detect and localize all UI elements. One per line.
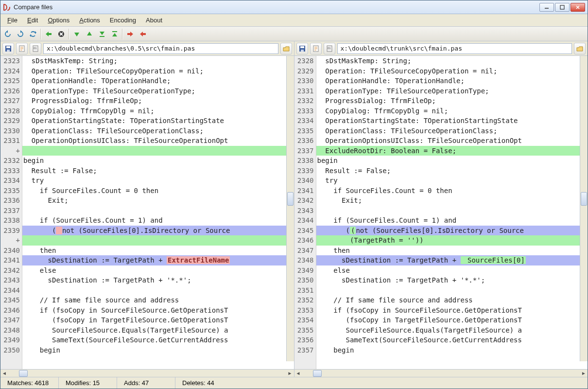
code-line[interactable]: SourceFileSource.Equals(TargetFileSource… bbox=[22, 325, 294, 336]
left-hscrollbar[interactable]: ◄► bbox=[0, 369, 294, 377]
code-line[interactable]: ExcludeRootDir: Boolean = False; bbox=[316, 146, 588, 156]
code-line[interactable]: Exit; bbox=[316, 195, 588, 206]
binary-left-button[interactable]: 01 bbox=[30, 43, 41, 54]
code-line[interactable]: OperationOptionsUIClass: TFileSourceOper… bbox=[22, 136, 294, 146]
status-deletes: Deletes: 44 bbox=[175, 377, 588, 389]
left-code[interactable]: 232323242325232623272328232923302331+233… bbox=[0, 56, 294, 369]
right-code[interactable]: 2328232923302331233223332334233523362337… bbox=[294, 56, 588, 369]
code-line[interactable]: CopyDialog: TfrmCopyDlg = nil; bbox=[316, 106, 588, 116]
menu-file[interactable]: File bbox=[2, 14, 22, 26]
code-line[interactable]: begin bbox=[22, 345, 294, 355]
code-line[interactable]: ProgressDialog: TfrmFileOp; bbox=[316, 96, 588, 106]
right-hscrollbar[interactable]: ◄► bbox=[294, 369, 588, 377]
code-line[interactable]: if (SourceFiles.Count = 1) and bbox=[316, 215, 588, 226]
copy-right-icon[interactable] bbox=[137, 28, 149, 40]
maximize-button[interactable] bbox=[555, 3, 570, 12]
code-line[interactable]: Result := False; bbox=[316, 166, 588, 176]
code-line[interactable]: begin bbox=[316, 156, 588, 166]
code-line[interactable] bbox=[22, 146, 294, 156]
code-line[interactable]: then bbox=[316, 246, 588, 256]
code-line[interactable]: SourceFileSource.Equals(TargetFileSource… bbox=[316, 325, 588, 336]
code-line[interactable] bbox=[22, 235, 294, 246]
code-line[interactable] bbox=[22, 206, 294, 216]
code-line[interactable]: OperationStartingState: TOperationStarti… bbox=[22, 116, 294, 126]
code-line[interactable]: (fsoCopy in TargetFileSource.GetOperatio… bbox=[316, 315, 588, 325]
code-line[interactable]: sDestination := TargetPath + '*.*'; bbox=[22, 275, 294, 285]
open-right-button[interactable] bbox=[574, 43, 586, 54]
line-number: 2336 bbox=[0, 195, 22, 206]
copy-left-icon[interactable] bbox=[124, 28, 136, 40]
code-line[interactable]: // If same file source and address bbox=[22, 295, 294, 305]
code-line[interactable]: OperationHandle: TOperationHandle; bbox=[22, 76, 294, 86]
menu-options[interactable]: Options bbox=[43, 14, 74, 26]
code-line[interactable] bbox=[316, 206, 588, 216]
code-line[interactable]: OperationClass: TFileSourceOperationClas… bbox=[22, 126, 294, 136]
menu-edit[interactable]: Edit bbox=[22, 14, 43, 26]
edit-left-button[interactable] bbox=[16, 43, 28, 54]
cancel-icon[interactable] bbox=[55, 28, 67, 40]
code-line[interactable]: if (SourceFiles.Count = 1) and bbox=[22, 215, 294, 226]
code-line[interactable]: sDstMaskTemp: String; bbox=[22, 56, 294, 66]
code-line[interactable]: if SourceFiles.Count = 0 then bbox=[316, 186, 588, 196]
code-line[interactable]: Operation: TFileSourceCopyOperation = ni… bbox=[22, 66, 294, 76]
refresh-both-icon[interactable] bbox=[27, 28, 39, 40]
code-line[interactable]: sDstMaskTemp: String; bbox=[316, 56, 588, 66]
code-line[interactable]: Result := False; bbox=[22, 166, 294, 176]
code-line[interactable]: ((not (SourceFiles[0].IsDirectory or Sou… bbox=[316, 226, 588, 236]
path-input-left[interactable]: x:\doublecmd\branches\0.5\src\fmain.pas bbox=[43, 43, 278, 54]
code-line[interactable]: // If same file source and address bbox=[316, 295, 588, 305]
refresh-left-icon[interactable] bbox=[2, 28, 14, 40]
code-line[interactable]: OperationOptionsUIClass: TFileSourceOper… bbox=[316, 136, 588, 146]
last-diff-icon[interactable] bbox=[96, 28, 108, 40]
refresh-right-icon[interactable] bbox=[15, 28, 26, 40]
open-left-button[interactable] bbox=[280, 43, 292, 54]
code-line[interactable]: sDestination := TargetPath + ExtractFile… bbox=[22, 255, 294, 265]
code-line[interactable]: if (fsoCopy in SourceFileSource.GetOpera… bbox=[316, 305, 588, 316]
left-vscrollbar[interactable] bbox=[286, 56, 294, 361]
code-line[interactable]: Operation: TFileSourceCopyOperation = ni… bbox=[316, 66, 588, 76]
code-line[interactable]: begin bbox=[22, 156, 294, 166]
code-line[interactable]: sDestination := TargetPath + SourceFiles… bbox=[316, 255, 588, 265]
code-line[interactable]: if SourceFiles.Count = 0 then bbox=[22, 186, 294, 196]
code-line[interactable]: SameText(SourceFileSource.GetCurrentAddr… bbox=[22, 335, 294, 345]
edit-right-button[interactable] bbox=[310, 43, 322, 54]
menu-actions[interactable]: Actions bbox=[74, 14, 105, 26]
svg-marker-19 bbox=[140, 32, 146, 36]
code-line[interactable]: try bbox=[22, 176, 294, 186]
path-input-right[interactable]: x:\doublecmd\trunk\src\fmain.pas bbox=[337, 43, 572, 54]
code-line[interactable]: (TargetPath = '')) bbox=[316, 235, 588, 246]
code-line[interactable]: ProgressDialog: TfrmFileOp; bbox=[22, 96, 294, 106]
code-line[interactable]: sDestination := TargetPath + '*.*'; bbox=[316, 275, 588, 285]
next-diff-icon[interactable] bbox=[71, 28, 83, 40]
code-line[interactable]: OperationHandle: TOperationHandle; bbox=[316, 76, 588, 86]
code-line[interactable]: try bbox=[316, 176, 588, 186]
code-line[interactable]: (fsoCopy in TargetFileSource.GetOperatio… bbox=[22, 315, 294, 325]
menu-about[interactable]: About bbox=[141, 14, 167, 26]
code-line[interactable] bbox=[22, 285, 294, 296]
code-line[interactable]: OperationClass: TFileSourceOperationClas… bbox=[316, 126, 588, 136]
line-number: 2351 bbox=[294, 285, 316, 296]
save-left-button[interactable] bbox=[2, 43, 14, 54]
minimize-button[interactable] bbox=[539, 3, 554, 12]
code-line[interactable]: OperationType: TFileSourceOperationType; bbox=[316, 86, 588, 96]
code-line[interactable]: else bbox=[316, 265, 588, 276]
code-line[interactable]: SameText(SourceFileSource.GetCurrentAddr… bbox=[316, 335, 588, 345]
code-line[interactable]: CopyDialog: TfrmCopyDlg = nil; bbox=[22, 106, 294, 116]
code-line[interactable]: OperationType: TFileSourceOperationType; bbox=[22, 86, 294, 96]
code-line[interactable]: Exit; bbox=[22, 195, 294, 206]
compare-icon[interactable] bbox=[43, 28, 54, 40]
binary-right-button[interactable]: 01 bbox=[324, 43, 335, 54]
first-diff-icon[interactable] bbox=[109, 28, 121, 40]
code-line[interactable]: if (fsoCopy in SourceFileSource.GetOpera… bbox=[22, 305, 294, 316]
code-line[interactable]: else bbox=[22, 265, 294, 276]
menu-encoding[interactable]: Encoding bbox=[105, 14, 141, 26]
code-line[interactable] bbox=[316, 285, 588, 296]
code-line[interactable]: then bbox=[22, 246, 294, 256]
code-line[interactable]: ( not (SourceFiles[0].IsDirectory or Sou… bbox=[22, 226, 294, 236]
prev-diff-icon[interactable] bbox=[84, 28, 95, 40]
right-vscrollbar[interactable] bbox=[580, 56, 588, 361]
code-line[interactable]: begin bbox=[316, 345, 588, 355]
save-right-button[interactable] bbox=[296, 43, 308, 54]
code-line[interactable]: OperationStartingState: TOperationStarti… bbox=[316, 116, 588, 126]
close-button[interactable] bbox=[571, 3, 585, 12]
